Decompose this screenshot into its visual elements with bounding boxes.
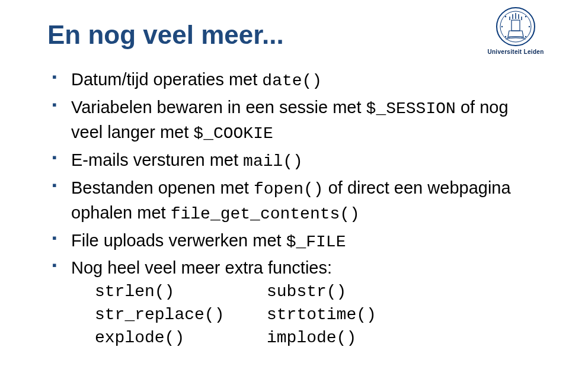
function-name: explode() bbox=[95, 327, 267, 350]
svg-point-5 bbox=[505, 16, 506, 17]
function-row: strlen() substr() bbox=[95, 281, 533, 304]
code: date() bbox=[262, 72, 322, 90]
text: Datum/tijd operaties met bbox=[71, 70, 262, 89]
svg-point-8 bbox=[525, 36, 526, 37]
code: $_SESSION bbox=[366, 99, 456, 118]
code: file_get_contents() bbox=[171, 205, 360, 223]
bullet-item-date: Datum/tijd operaties met date() bbox=[52, 68, 533, 93]
svg-point-6 bbox=[525, 16, 526, 17]
function-name: strlen() bbox=[95, 281, 267, 304]
bullet-list: Datum/tijd operaties met date() Variabel… bbox=[47, 68, 533, 349]
text: Nog heel veel meer extra functies: bbox=[71, 258, 332, 277]
code: mail() bbox=[243, 152, 303, 171]
function-name: implode() bbox=[267, 327, 439, 350]
code: $_FILE bbox=[286, 233, 346, 251]
text: File uploads verwerken met bbox=[71, 231, 286, 250]
text: Bestanden openen met bbox=[71, 178, 254, 197]
code: $_COOKIE bbox=[193, 124, 273, 143]
seal-icon bbox=[495, 6, 536, 47]
function-name: strtotime() bbox=[267, 304, 439, 327]
svg-point-4 bbox=[529, 26, 530, 27]
university-logo: Universiteit Leiden bbox=[480, 6, 551, 55]
bullet-item-more-functions: Nog heel veel meer extra functies: strle… bbox=[52, 256, 533, 349]
bullet-item-mail: E-mails versturen met mail() bbox=[52, 148, 533, 173]
text: E-mails versturen met bbox=[71, 150, 243, 169]
bullet-item-fopen: Bestanden openen met fopen() of direct e… bbox=[52, 176, 533, 226]
slide-title: En nog veel meer... bbox=[47, 20, 533, 50]
svg-rect-2 bbox=[512, 20, 520, 31]
text: Variabelen bewaren in een sessie met bbox=[71, 98, 366, 117]
svg-point-7 bbox=[505, 36, 506, 37]
function-name: substr() bbox=[267, 281, 439, 304]
bullet-item-file-upload: File uploads verwerken met $_FILE bbox=[52, 229, 533, 254]
bullet-item-session: Variabelen bewaren in een sessie met $_S… bbox=[52, 95, 533, 146]
code: fopen() bbox=[254, 180, 324, 198]
function-table: strlen() substr() str_replace() strtotim… bbox=[71, 281, 533, 349]
function-row: explode() implode() bbox=[95, 327, 533, 350]
function-name: str_replace() bbox=[95, 304, 267, 327]
svg-point-3 bbox=[501, 26, 503, 27]
university-name: Universiteit Leiden bbox=[480, 49, 551, 55]
function-row: str_replace() strtotime() bbox=[95, 304, 533, 327]
